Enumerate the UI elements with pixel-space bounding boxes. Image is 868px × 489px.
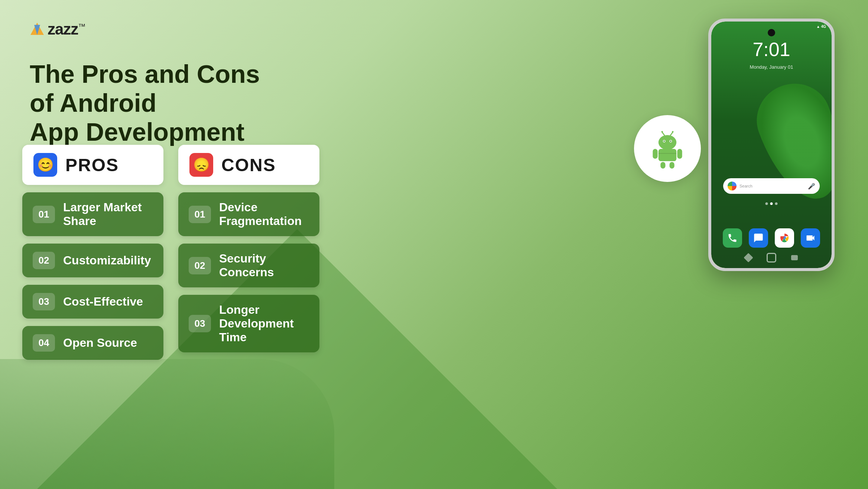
svg-rect-14 bbox=[660, 162, 665, 169]
pros-title: PROS bbox=[65, 155, 119, 175]
svg-line-7 bbox=[662, 132, 665, 136]
nav-back-icon bbox=[744, 253, 753, 262]
phone-nav-bar bbox=[745, 253, 798, 263]
dock-chrome-icon bbox=[775, 228, 794, 248]
nav-home-icon bbox=[767, 253, 776, 263]
phone-page-dots bbox=[765, 202, 778, 205]
pros-column: 😊 PROS 01 Larger Market Share 02 Customi… bbox=[22, 145, 163, 360]
svg-rect-12 bbox=[653, 149, 657, 159]
phone-mockup: ▲ 4G 7:01 Monday, January 01 Search 🎤 bbox=[708, 19, 835, 271]
pros-header-card: 😊 PROS bbox=[22, 145, 163, 185]
svg-point-6 bbox=[670, 141, 671, 142]
logo: zazz™ bbox=[30, 20, 85, 38]
cons-item-2-number: 02 bbox=[189, 257, 211, 274]
android-robot-circle bbox=[634, 115, 701, 182]
cons-icon: 😞 bbox=[189, 153, 213, 177]
dock-meet-icon bbox=[801, 228, 820, 248]
pros-item-4: 04 Open Source bbox=[22, 326, 163, 360]
pros-item-3: 03 Cost-Effective bbox=[22, 285, 163, 319]
svg-point-5 bbox=[664, 141, 665, 142]
pros-item-1-number: 01 bbox=[33, 206, 55, 223]
search-placeholder: Search bbox=[739, 184, 805, 188]
svg-point-10 bbox=[672, 131, 673, 133]
logo-text: zazz™ bbox=[48, 20, 85, 38]
cons-column: 😞 CONS 01 Device Fragmentation 02 Securi… bbox=[178, 145, 319, 360]
phone-notch bbox=[768, 29, 775, 36]
cons-title: CONS bbox=[221, 155, 276, 175]
mic-icon: 🎤 bbox=[808, 183, 815, 190]
pros-item-3-number: 03 bbox=[33, 293, 55, 310]
cons-item-3-label: Longer Development Time bbox=[219, 303, 309, 344]
nav-recents-icon bbox=[791, 255, 798, 260]
cons-header-card: 😞 CONS bbox=[178, 145, 319, 185]
dock-messages-icon bbox=[749, 228, 768, 248]
logo-icon bbox=[30, 22, 45, 37]
svg-rect-13 bbox=[677, 149, 682, 159]
phone-frame: ▲ 4G 7:01 Monday, January 01 Search 🎤 bbox=[708, 19, 835, 271]
cons-item-3-number: 03 bbox=[189, 315, 211, 332]
svg-point-9 bbox=[661, 131, 663, 133]
phone-screen: ▲ 4G 7:01 Monday, January 01 Search 🎤 bbox=[711, 22, 832, 268]
svg-line-8 bbox=[670, 132, 673, 136]
phone-dock bbox=[723, 228, 820, 248]
pros-icon: 😊 bbox=[33, 153, 57, 177]
phone-date: Monday, January 01 bbox=[750, 64, 793, 70]
page-dot-1 bbox=[765, 202, 768, 205]
page-title: The Pros and Cons of Android App Develop… bbox=[30, 59, 260, 147]
cons-item-1-number: 01 bbox=[189, 206, 211, 223]
pros-item-2-number: 02 bbox=[33, 252, 55, 269]
phone-status-bar: ▲ 4G bbox=[816, 25, 826, 29]
phone-time: 7:01 bbox=[752, 38, 790, 61]
cons-item-2-label: Security Concerns bbox=[219, 252, 309, 279]
dock-phone-icon bbox=[723, 228, 742, 248]
pros-item-2: 02 Customizability bbox=[22, 244, 163, 277]
page-dot-2 bbox=[770, 202, 773, 205]
android-robot-icon bbox=[647, 128, 688, 169]
pros-item-4-number: 04 bbox=[33, 334, 55, 352]
pros-item-1-label: Larger Market Share bbox=[63, 201, 153, 228]
svg-point-2 bbox=[659, 135, 676, 150]
google-g-icon bbox=[728, 182, 737, 190]
pros-item-4-label: Open Source bbox=[63, 336, 137, 350]
phone-search-bar: Search 🎤 bbox=[723, 178, 820, 194]
svg-rect-11 bbox=[659, 149, 676, 161]
cons-item-1: 01 Device Fragmentation bbox=[178, 192, 319, 236]
svg-rect-15 bbox=[670, 162, 674, 169]
cons-item-3: 03 Longer Development Time bbox=[178, 295, 319, 352]
pros-item-1: 01 Larger Market Share bbox=[22, 192, 163, 236]
cons-item-1-label: Device Fragmentation bbox=[219, 201, 309, 228]
cons-item-2: 02 Security Concerns bbox=[178, 244, 319, 287]
page-dot-3 bbox=[775, 202, 778, 205]
pros-item-2-label: Customizability bbox=[63, 254, 151, 267]
pros-item-3-label: Cost-Effective bbox=[63, 295, 143, 309]
